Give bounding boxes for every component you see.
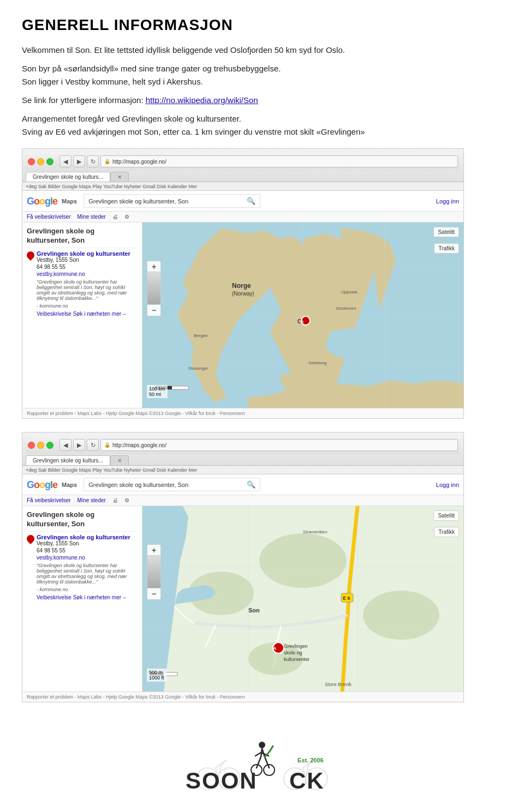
- zoom-out-2[interactable]: −: [147, 588, 160, 599]
- share-icon-1[interactable]: ⚙: [124, 214, 129, 220]
- scale-bar-2: 500 m 1000 ft: [147, 669, 166, 682]
- close-btn-1[interactable]: [28, 158, 35, 165]
- svg-text:E 6: E 6: [343, 596, 350, 601]
- scale-bar-1: 100 km 50 mi: [147, 385, 168, 398]
- map-screenshot-2: ◀ ▶ ↻ 🔒 http://maps.google.no/ Grevlinge…: [22, 432, 464, 702]
- sidebar-controls-1: Få veibeskrivelser Mine steder 🖨 ⚙: [22, 212, 463, 222]
- svg-text:CK: CK: [289, 768, 325, 793]
- maps-label-1: Maps: [62, 198, 77, 204]
- logo-svg: SOON CK Est. 2006: [180, 730, 344, 795]
- place-phone-1: 64 98 55 55: [37, 264, 138, 270]
- place-website-1[interactable]: vestby.kommune.no: [37, 271, 138, 277]
- place-source-2: - kommune.no: [37, 587, 138, 592]
- reload-btn-1[interactable]: ↻: [87, 155, 99, 167]
- paragraph-1: Velkommen til Son. Et lite tettsted idyl…: [22, 44, 502, 57]
- search-icon-1: 🔍: [247, 197, 255, 205]
- svg-text:skole og: skole og: [284, 650, 302, 655]
- browser-nav-2: ◀ ▶ ↻ 🔒 http://maps.google.no/: [26, 436, 460, 454]
- browser-tabs-1: Grevlingen skole og kulturs... ✕: [26, 172, 460, 182]
- place-actions-1[interactable]: Veibeskrivelse Søk i nærheten mer→: [37, 311, 138, 317]
- place-website-2[interactable]: vestby.kommune.no: [37, 555, 138, 561]
- page-title: GENERELL INFORMASJON: [22, 16, 502, 34]
- place-marker-1: [25, 250, 36, 261]
- print-icon-2[interactable]: 🖨: [112, 497, 118, 503]
- place-phone-2: 64 98 55 55: [37, 548, 138, 554]
- inactive-tab-1[interactable]: ✕: [110, 172, 129, 182]
- inactive-tab-2[interactable]: ✕: [110, 455, 129, 465]
- bookmarks-bar-2: +deg Sak Bilder Google Maps Play YouTube…: [22, 466, 463, 474]
- svg-text:Stavanger: Stavanger: [188, 366, 209, 371]
- sidebar-controls-2: Få veibeskrivelser Mine steder 🖨 ⚙: [22, 495, 463, 506]
- address-bar-1[interactable]: 🔒 http://maps.google.no/: [100, 155, 458, 167]
- bookmarks-bar-1: +deg Sak Bilder Google Maps Play YouTube…: [22, 182, 463, 191]
- veibeskrivelse-btn-2[interactable]: Få veibeskrivelser: [27, 497, 71, 503]
- active-tab-2[interactable]: Grevlingen skole og kulturs...: [26, 455, 110, 465]
- place-quote-1: "Grevlingen skole og kultursenter har be…: [37, 279, 138, 301]
- forward-btn-1[interactable]: ▶: [73, 155, 85, 167]
- map-sidebar-1: Grevlingen skole og kultursenter, Son Gr…: [22, 222, 142, 408]
- map-sidebar-2: Grevlingen skole og kultursenter, Son Gr…: [22, 506, 142, 691]
- zoom-out-1[interactable]: −: [147, 305, 160, 316]
- map-footer-1: Rapporter et problem - Maps Labs - Hjelp…: [22, 408, 463, 418]
- login-btn-2[interactable]: Logg inn: [436, 482, 459, 488]
- svg-text:SOON: SOON: [186, 768, 258, 793]
- map-visual-2[interactable]: Son E6 A Grevlingen skole og kultursente…: [142, 506, 463, 691]
- place-name-1[interactable]: Grevlingen skole og kultursenter: [37, 250, 138, 257]
- address-bar-2[interactable]: 🔒 http://maps.google.no/: [100, 439, 458, 451]
- svg-point-22: [363, 591, 439, 640]
- place-addr-1: Vestby, 1555 Son: [37, 257, 138, 263]
- min-btn-2[interactable]: [37, 442, 44, 449]
- zoom-in-2[interactable]: +: [147, 545, 160, 556]
- norway-map-bg-1: Oslo Norge (Norway) Bergen Stavanger Sto…: [142, 222, 463, 408]
- map-footer-2: Rapporter et problem - Maps Labs - Hjelp…: [22, 691, 463, 702]
- place-quote-2: "Grevlingen skole og kultursenter har be…: [37, 563, 138, 585]
- paragraph-2: Son byr på «sørlandsidyll» med sine tran…: [22, 62, 502, 88]
- map-content-1: Grevlingen skole og kultursenter, Son Gr…: [22, 222, 463, 408]
- place-actions-2[interactable]: Veibeskrivelse Søk i nærheten mer→: [37, 594, 138, 600]
- max-btn-2[interactable]: [46, 442, 53, 449]
- satellite-btn-2[interactable]: Satelitt: [433, 510, 459, 521]
- share-icon-2[interactable]: ⚙: [124, 497, 129, 503]
- sidebar-title-1: Grevlingen skole og kultursenter, Son: [27, 227, 138, 245]
- place-row-1: Grevlingen skole og kultursenter Vestby,…: [27, 250, 138, 317]
- arrangement-paragraph: Arrangementet foregår ved Grevlingen sko…: [22, 112, 502, 139]
- close-btn-2[interactable]: [28, 442, 35, 449]
- gmaps-header-1: Google Maps Grevlingen skole og kulturse…: [22, 191, 463, 212]
- traffic-btn-1[interactable]: Trafikk: [434, 243, 459, 254]
- max-btn-1[interactable]: [46, 158, 53, 165]
- active-tab-1[interactable]: Grevlingen skole og kulturs...: [26, 172, 110, 182]
- search-box-1[interactable]: Grevlingen skole og kultursenter, Son 🔍: [84, 194, 260, 208]
- svg-point-45: [259, 742, 265, 748]
- forward-btn-2[interactable]: ▶: [73, 439, 85, 451]
- link-paragraph: Se link for ytterligere informasjon: htt…: [22, 94, 502, 107]
- zoomed-map-bg-2: Son E6 A Grevlingen skole og kultursente…: [142, 506, 463, 691]
- svg-text:Stockholm: Stockholm: [336, 306, 356, 311]
- reload-btn-2[interactable]: ↻: [87, 439, 99, 451]
- svg-text:Store Brevik: Store Brevik: [325, 682, 352, 687]
- place-name-2[interactable]: Grevlingen skole og kultursenter: [37, 534, 138, 540]
- svg-text:A: A: [273, 646, 277, 651]
- map-screenshot-1: ◀ ▶ ↻ 🔒 http://maps.google.no/ Grevlinge…: [22, 148, 464, 419]
- min-btn-1[interactable]: [37, 158, 44, 165]
- browser-controls-1: [28, 158, 53, 165]
- traffic-btn-2[interactable]: Trafikk: [434, 527, 459, 537]
- place-marker-2: [25, 533, 36, 544]
- sidebar-title-2: Grevlingen skole og kultursenter, Son: [27, 510, 138, 529]
- map-visual-1[interactable]: Oslo Norge (Norway) Bergen Stavanger Sto…: [142, 222, 463, 408]
- search-box-2[interactable]: Grevlingen skole og kultursenter, Son 🔍: [84, 478, 260, 491]
- zoom-controls-1: + −: [147, 261, 161, 316]
- login-btn-1[interactable]: Logg inn: [436, 198, 459, 204]
- veibeskrivelse-btn-1[interactable]: Få veibeskrivelser: [27, 214, 71, 220]
- back-btn-2[interactable]: ◀: [59, 439, 72, 451]
- browser-controls-2: [28, 442, 53, 449]
- mine-steder-btn-2[interactable]: Mine steder: [78, 497, 106, 503]
- wikipedia-link[interactable]: http://no.wikipedia.org/wiki/Son: [146, 95, 258, 105]
- back-btn-1[interactable]: ◀: [59, 155, 72, 167]
- zoom-in-1[interactable]: +: [147, 261, 160, 272]
- gmaps-header-2: Google Maps Grevlingen skole og kulturse…: [22, 474, 463, 495]
- browser-tabs-2: Grevlingen skole og kulturs... ✕: [26, 455, 460, 465]
- mine-steder-btn-1[interactable]: Mine steder: [78, 214, 106, 220]
- zoom-controls-2: + −: [147, 544, 161, 600]
- satellite-btn-1[interactable]: Satelitt: [433, 227, 459, 237]
- print-icon-1[interactable]: 🖨: [112, 214, 118, 220]
